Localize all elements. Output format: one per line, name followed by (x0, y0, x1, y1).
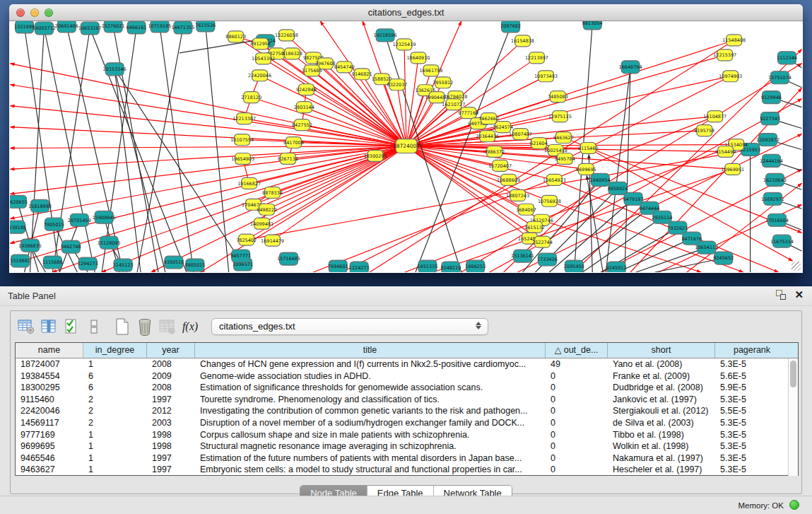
graph-node[interactable] (265, 187, 281, 198)
graph-node[interactable] (723, 71, 739, 82)
graph-node[interactable] (16, 21, 34, 33)
graph-node[interactable] (396, 39, 412, 50)
graph-node[interactable] (759, 134, 777, 146)
graph-node[interactable] (557, 153, 572, 164)
column-header-pagerank[interactable]: pagerank (715, 343, 789, 358)
graph-node[interactable] (442, 262, 460, 272)
graph-node[interactable] (350, 262, 368, 272)
table-row[interactable]: 977716911998Corpus callosum shape and si… (16, 429, 798, 441)
graph-node[interactable] (284, 48, 300, 59)
graph-node[interactable] (538, 71, 553, 82)
network-table-selector[interactable]: citations_edges.txt (211, 318, 488, 335)
graph-node[interactable] (546, 174, 562, 185)
graph-node[interactable] (35, 22, 53, 35)
graph-node[interactable] (580, 143, 596, 154)
float-panel-icon[interactable] (776, 290, 786, 300)
graph-node[interactable] (232, 250, 250, 262)
window-titlebar[interactable]: citations_edges.txt (9, 4, 803, 21)
graph-node[interactable] (354, 69, 370, 80)
graph-node[interactable] (70, 214, 88, 226)
graph-node[interactable] (100, 236, 118, 249)
graph-node[interactable] (259, 204, 275, 215)
graph-node[interactable] (621, 61, 640, 74)
graph-node[interactable] (502, 21, 520, 33)
graph-node[interactable] (529, 52, 545, 64)
graph-node[interactable] (778, 52, 796, 64)
minimize-button[interactable] (30, 8, 39, 17)
table-row[interactable]: 1456911722003Disruption of a novel membe… (16, 417, 798, 429)
graph-node[interactable] (10, 195, 27, 208)
select-all-button[interactable] (60, 316, 83, 337)
graph-node[interactable] (174, 21, 192, 34)
graph-node[interactable] (281, 153, 296, 164)
graph-node[interactable] (10, 221, 25, 233)
graph-node[interactable] (481, 113, 497, 124)
graph-node[interactable] (235, 153, 251, 164)
graph-node[interactable] (461, 107, 476, 119)
graph-node[interactable] (578, 163, 594, 175)
graph-node[interactable] (487, 146, 502, 158)
graph-node[interactable] (336, 62, 352, 73)
network-canvas[interactable]: 1331998140557122069140610653287152760216… (10, 21, 802, 272)
close-button[interactable] (16, 8, 25, 17)
graph-node[interactable] (773, 235, 792, 247)
graph-node[interactable] (429, 92, 445, 103)
graph-node[interactable] (304, 65, 319, 76)
scrollbar-thumb[interactable] (790, 361, 796, 387)
graph-node[interactable] (389, 79, 405, 90)
graph-node[interactable] (104, 21, 122, 33)
graph-node[interactable] (763, 154, 781, 167)
table-row[interactable]: 1830029562008Estimation of significance … (16, 382, 798, 394)
graph-node[interactable] (165, 256, 183, 269)
graph-node[interactable] (534, 236, 550, 247)
graph-node[interactable] (114, 259, 132, 271)
graph-node[interactable] (11, 255, 30, 267)
graph-node[interactable] (764, 192, 782, 205)
graph-node[interactable] (329, 260, 347, 272)
graph-node[interactable] (531, 138, 547, 149)
table-row[interactable]: 969969511998Structural magnetic resonanc… (16, 440, 798, 452)
graph-node[interactable] (446, 99, 461, 110)
graph-node[interactable] (256, 53, 271, 64)
graph-node[interactable] (235, 134, 250, 146)
table-row[interactable]: 1872400712008Changes of HCN gene express… (16, 358, 798, 370)
graph-node[interactable] (81, 22, 99, 35)
graph-node[interactable] (771, 71, 789, 84)
graph-node[interactable] (228, 31, 244, 42)
graph-node[interactable] (565, 260, 583, 272)
graph-node[interactable] (515, 35, 531, 47)
graph-node[interactable] (653, 211, 671, 223)
show-columns-button[interactable] (37, 316, 60, 337)
graph-node[interactable] (608, 182, 627, 194)
graph-node[interactable] (624, 192, 642, 205)
graph-node[interactable] (527, 221, 543, 233)
graph-node[interactable] (435, 77, 451, 88)
graph-node[interactable] (127, 21, 146, 34)
graph-node[interactable] (717, 49, 733, 61)
vertical-scrollbar[interactable] (788, 358, 798, 476)
new-object-button[interactable] (111, 316, 134, 337)
graph-node[interactable] (550, 91, 565, 103)
graph-node[interactable] (95, 211, 113, 223)
graph-node[interactable] (186, 259, 204, 271)
column-header-in_degree[interactable]: in_degree (83, 343, 147, 358)
graph-node[interactable] (265, 235, 281, 246)
column-header-short[interactable]: short (608, 343, 715, 358)
column-header-title[interactable]: title (195, 343, 546, 358)
graph-node[interactable] (552, 111, 567, 122)
graph-node[interactable] (43, 256, 61, 269)
graph-node[interactable] (286, 137, 301, 148)
graph-node[interactable] (538, 253, 556, 266)
resize-grip-icon[interactable] (792, 262, 801, 271)
graph-node[interactable] (714, 252, 733, 264)
table-row[interactable]: 946362711997Embryonic stem cells: a mode… (16, 464, 798, 476)
graph-node[interactable] (296, 102, 312, 113)
table-row[interactable]: 911546021997Tourette syndrome. Phenomeno… (16, 394, 798, 406)
column-header-year[interactable]: year (147, 343, 195, 358)
graph-node[interactable] (766, 173, 784, 186)
graph-node[interactable] (21, 239, 40, 252)
graph-node[interactable] (396, 139, 417, 153)
graph-node[interactable] (607, 262, 625, 272)
graph-node[interactable] (374, 74, 389, 85)
graph-node[interactable] (514, 250, 532, 262)
